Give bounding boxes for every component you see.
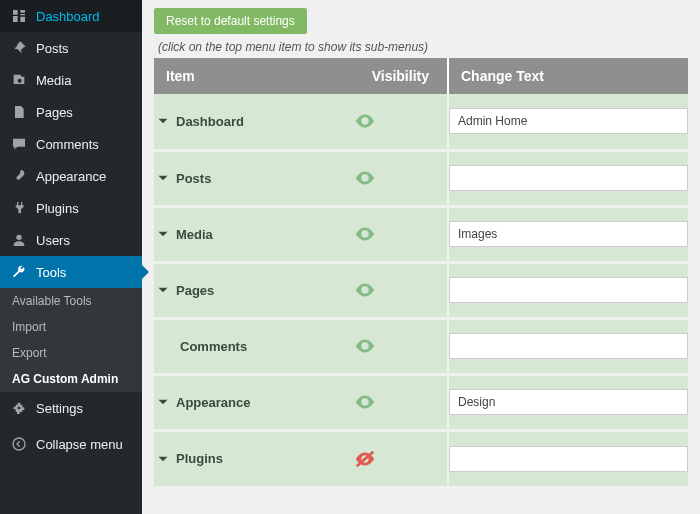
row-label: Plugins <box>176 451 223 466</box>
col-change: Change Text <box>448 58 688 94</box>
row-toggle[interactable]: Media <box>154 225 354 243</box>
change-text-input[interactable] <box>449 108 688 134</box>
settings-icon <box>10 399 28 417</box>
sidebar-item-comments[interactable]: Comments <box>0 128 142 160</box>
sidebar-item-plugins[interactable]: Plugins <box>0 192 142 224</box>
collapse-menu[interactable]: Collapse menu <box>0 428 142 460</box>
table-row: Posts <box>154 150 688 206</box>
caret-icon <box>154 169 172 187</box>
svg-point-3 <box>13 438 25 450</box>
active-pointer <box>142 265 149 279</box>
sidebar-item-label: Appearance <box>36 169 106 184</box>
caret-icon <box>154 112 172 130</box>
sidebar-item-label: Settings <box>36 401 83 416</box>
row-label: Dashboard <box>176 114 244 129</box>
sidebar-item-label: Users <box>36 233 70 248</box>
visibility-toggle[interactable] <box>354 335 447 357</box>
row-toggle[interactable]: Plugins <box>154 450 354 468</box>
visibility-toggle[interactable] <box>354 110 447 132</box>
sidebar-item-label: Pages <box>36 105 73 120</box>
caret-icon <box>154 393 172 411</box>
brush-icon <box>10 167 28 185</box>
sidebar-item-label: Media <box>36 73 71 88</box>
page-icon <box>10 103 28 121</box>
col-item: Item <box>154 58 354 94</box>
change-text-input[interactable] <box>449 165 688 191</box>
plug-icon <box>10 199 28 217</box>
sidebar-item-pages[interactable]: Pages <box>0 96 142 128</box>
user-icon <box>10 231 28 249</box>
visibility-toggle[interactable] <box>354 223 447 245</box>
main-content: Reset to default settings (click on the … <box>142 0 700 514</box>
collapse-label: Collapse menu <box>36 437 123 452</box>
media-icon <box>10 71 28 89</box>
row-toggle[interactable]: Pages <box>154 281 354 299</box>
row-label: Media <box>176 227 213 242</box>
visibility-toggle[interactable] <box>354 448 447 470</box>
submenu-item[interactable]: Available Tools <box>0 288 142 314</box>
change-text-input[interactable] <box>449 333 688 359</box>
admin-sidebar: DashboardPostsMediaPagesCommentsAppearan… <box>0 0 142 514</box>
change-text-input[interactable] <box>449 446 688 472</box>
table-row: Pages <box>154 262 688 318</box>
row-toggle[interactable]: Posts <box>154 169 354 187</box>
change-text-input[interactable] <box>449 277 688 303</box>
row-toggle[interactable]: Appearance <box>154 393 354 411</box>
change-text-input[interactable] <box>449 389 688 415</box>
row-label: Posts <box>176 171 211 186</box>
sidebar-submenu: Available ToolsImportExportAG Custom Adm… <box>0 288 142 392</box>
sidebar-item-label: Tools <box>36 265 66 280</box>
sidebar-item-media[interactable]: Media <box>0 64 142 96</box>
sidebar-item-label: Dashboard <box>36 9 100 24</box>
col-visibility: Visibility <box>354 58 448 94</box>
visibility-toggle[interactable] <box>354 279 447 301</box>
sidebar-item-label: Plugins <box>36 201 79 216</box>
row-label: Appearance <box>176 395 250 410</box>
caret-icon <box>154 450 172 468</box>
table-row: Plugins <box>154 430 688 486</box>
sidebar-item-appearance[interactable]: Appearance <box>0 160 142 192</box>
submenu-item[interactable]: Import <box>0 314 142 340</box>
sidebar-item-settings[interactable]: Settings <box>0 392 142 424</box>
caret-icon <box>154 281 172 299</box>
visibility-toggle[interactable] <box>354 391 447 413</box>
row-toggle[interactable]: Dashboard <box>154 112 354 130</box>
visibility-toggle[interactable] <box>354 167 447 189</box>
wrench-icon <box>10 263 28 281</box>
svg-point-1 <box>16 235 21 240</box>
submenu-item[interactable]: Export <box>0 340 142 366</box>
submenu-item[interactable]: AG Custom Admin <box>0 366 142 392</box>
sidebar-item-tools[interactable]: Tools <box>0 256 142 288</box>
row-label: Pages <box>176 283 214 298</box>
caret-icon <box>154 225 172 243</box>
table-row: Comments <box>154 318 688 374</box>
sidebar-item-posts[interactable]: Posts <box>0 32 142 64</box>
table-row: Dashboard <box>154 94 688 150</box>
sidebar-item-dashboard[interactable]: Dashboard <box>0 0 142 32</box>
sidebar-item-users[interactable]: Users <box>0 224 142 256</box>
pin-icon <box>10 39 28 57</box>
row-label: Comments <box>180 339 247 354</box>
hint-text: (click on the top menu item to show its … <box>158 40 688 54</box>
collapse-icon <box>10 435 28 453</box>
svg-point-0 <box>18 79 22 83</box>
svg-point-2 <box>18 407 21 410</box>
dashboard-icon <box>10 7 28 25</box>
menu-table: Item Visibility Change Text DashboardPos… <box>154 58 688 486</box>
reset-button[interactable]: Reset to default settings <box>154 8 307 34</box>
row-toggle: Comments <box>154 339 354 354</box>
change-text-input[interactable] <box>449 221 688 247</box>
sidebar-item-label: Posts <box>36 41 69 56</box>
comment-icon <box>10 135 28 153</box>
table-row: Appearance <box>154 374 688 430</box>
table-row: Media <box>154 206 688 262</box>
sidebar-item-label: Comments <box>36 137 99 152</box>
